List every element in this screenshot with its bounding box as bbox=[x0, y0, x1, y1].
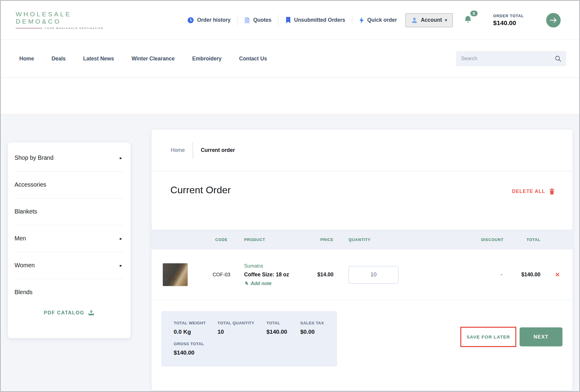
breadcrumb-divider bbox=[193, 142, 193, 159]
add-note-label: Add note bbox=[250, 281, 271, 286]
brand-line2: DEMO&CO bbox=[16, 18, 104, 25]
arrow-right-icon bbox=[550, 17, 557, 23]
nav-item-winter-clearance[interactable]: Winter Clearance bbox=[131, 56, 175, 62]
trash-icon bbox=[549, 188, 555, 195]
order-history-link[interactable]: Order history bbox=[187, 17, 230, 24]
unsubmitted-orders-label: Unsubmitted Orders bbox=[294, 17, 345, 23]
table-row: COF-03 Sumatra Coffee Size: 18 oz ✎ Add … bbox=[152, 249, 572, 300]
order-total-label: ORDER TOTAL bbox=[493, 14, 524, 18]
unsubmitted-orders-link[interactable]: Unsubmitted Orders bbox=[285, 17, 345, 24]
brand-rule bbox=[16, 28, 42, 29]
order-history-label: Order history bbox=[197, 17, 230, 23]
sales-tax-label: SALES TAX bbox=[300, 321, 337, 325]
sidebar-item-label: Shop by Brand bbox=[14, 154, 53, 161]
sidebar-item-accessories[interactable]: Accessories bbox=[8, 171, 130, 198]
summary-total-value: $140.00 bbox=[266, 329, 300, 335]
notification-badge: 0 bbox=[470, 10, 478, 17]
sidebar-item-shop-by-brand[interactable]: Shop by Brand ▸ bbox=[8, 144, 130, 171]
nav-item-contact-us[interactable]: Contact Us bbox=[239, 56, 267, 62]
quantity-cell bbox=[336, 266, 410, 284]
search-input[interactable] bbox=[461, 56, 555, 62]
total-quantity: TOTAL QUANTITY 10 bbox=[218, 321, 266, 335]
user-icon bbox=[411, 17, 418, 24]
spacer-band bbox=[1, 78, 579, 114]
separator bbox=[237, 14, 237, 26]
bell-icon bbox=[464, 15, 472, 24]
breadcrumb: Home Current order bbox=[152, 130, 572, 171]
content-area: Shop by Brand ▸ Accessories Blankets Men… bbox=[1, 114, 579, 392]
total-weight: TOTAL WEIGHT 0.0 Kg bbox=[174, 321, 218, 335]
delete-all-button[interactable]: DELETE ALL bbox=[512, 188, 555, 195]
separator bbox=[278, 14, 279, 26]
summary-section: TOTAL WEIGHT 0.0 Kg TOTAL QUANTITY 10 TO… bbox=[152, 311, 572, 367]
column-code: CODE bbox=[199, 237, 244, 242]
category-sidebar: Shop by Brand ▸ Accessories Blankets Men… bbox=[8, 143, 130, 338]
total-weight-label: TOTAL WEIGHT bbox=[174, 321, 218, 325]
product-total: $140.00 bbox=[510, 272, 543, 278]
add-note-link[interactable]: ✎ Add note bbox=[244, 281, 309, 286]
notifications-button[interactable]: 0 bbox=[464, 15, 472, 25]
nav-item-home[interactable]: Home bbox=[19, 56, 34, 62]
quantity-input[interactable] bbox=[349, 266, 398, 284]
document-icon bbox=[244, 17, 250, 24]
sidebar-item-blends[interactable]: Blends bbox=[8, 279, 130, 306]
bookmark-icon bbox=[285, 17, 291, 24]
sales-tax: SALES TAX $0.00 bbox=[300, 321, 337, 335]
summary-total-label: TOTAL bbox=[266, 321, 300, 325]
nav-item-latest-news[interactable]: Latest News bbox=[83, 56, 114, 62]
sidebar-item-label: Men bbox=[14, 235, 26, 242]
annotation-highlight: SAVE FOR LATER bbox=[460, 327, 516, 347]
column-discount: DISCOUNT bbox=[410, 237, 510, 242]
order-summary-box: TOTAL WEIGHT 0.0 Kg TOTAL QUANTITY 10 TO… bbox=[161, 311, 337, 367]
product-name: Coffee Size: 18 oz bbox=[244, 272, 309, 278]
caret-down-icon: ▾ bbox=[445, 18, 447, 22]
total-quantity-label: TOTAL QUANTITY bbox=[218, 321, 266, 325]
lightning-icon bbox=[359, 17, 364, 24]
product-code: COF-03 bbox=[199, 272, 244, 278]
sidebar-item-blankets[interactable]: Blankets bbox=[8, 198, 130, 225]
product-brand-link[interactable]: Sumatra bbox=[244, 263, 309, 269]
total-quantity-value: 10 bbox=[218, 329, 266, 335]
sidebar-item-label: Blankets bbox=[14, 208, 37, 215]
save-for-later-button[interactable]: SAVE FOR LATER bbox=[461, 328, 515, 346]
pdf-catalog-label: PDF CATALOG bbox=[44, 310, 84, 316]
order-total: ORDER TOTAL $140.00 bbox=[493, 14, 524, 27]
order-total-value: $140.00 bbox=[493, 19, 524, 27]
chevron-right-icon: ▸ bbox=[120, 263, 122, 268]
quotes-link[interactable]: Quotes bbox=[244, 17, 271, 24]
brand-logo[interactable]: WHOLESALE DEMO&CO YOUR WHOLESALE DESTINA… bbox=[16, 11, 104, 29]
account-label: Account bbox=[421, 17, 442, 23]
chevron-right-icon: ▸ bbox=[120, 155, 122, 161]
breadcrumb-current: Current order bbox=[201, 147, 235, 153]
next-button[interactable]: NEXT bbox=[520, 327, 562, 346]
gross-total: GROSS TOTAL $140.00 bbox=[174, 342, 337, 356]
nav-item-deals[interactable]: Deals bbox=[52, 56, 66, 62]
pdf-catalog-link[interactable]: PDF CATALOG bbox=[8, 309, 130, 316]
separator bbox=[352, 14, 352, 26]
column-quantity: QUANTITY bbox=[336, 237, 410, 242]
summary-total: TOTAL $140.00 bbox=[266, 321, 300, 335]
nav-item-embroidery[interactable]: Embroidery bbox=[192, 56, 221, 62]
breadcrumb-home[interactable]: Home bbox=[171, 147, 185, 153]
brand-line1: WHOLESALE bbox=[16, 11, 104, 18]
remove-item-button[interactable]: ✕ bbox=[555, 271, 560, 278]
column-total: TOTAL bbox=[510, 237, 543, 242]
sidebar-item-label: Blends bbox=[14, 289, 33, 296]
brand-tagline: YOUR WHOLESALE DESTINATION bbox=[45, 27, 104, 30]
download-icon bbox=[88, 309, 95, 316]
search-icon[interactable] bbox=[555, 55, 561, 62]
account-button[interactable]: Account ▾ bbox=[405, 13, 453, 27]
product-price: $14.00 bbox=[309, 272, 336, 278]
checkout-arrow-button[interactable] bbox=[546, 13, 561, 27]
quotes-label: Quotes bbox=[253, 17, 271, 23]
sidebar-item-women[interactable]: Women ▸ bbox=[8, 252, 130, 279]
quick-order-link[interactable]: Quick order bbox=[359, 17, 397, 24]
sidebar-item-men[interactable]: Men ▸ bbox=[8, 225, 130, 252]
gross-total-value: $140.00 bbox=[174, 349, 337, 356]
product-image bbox=[163, 263, 188, 286]
gross-total-label: GROSS TOTAL bbox=[174, 342, 337, 346]
total-weight-value: 0.0 Kg bbox=[174, 329, 218, 335]
page-title: Current Order bbox=[170, 185, 231, 196]
column-price: PRICE bbox=[309, 237, 336, 242]
sales-tax-value: $0.00 bbox=[300, 329, 337, 335]
